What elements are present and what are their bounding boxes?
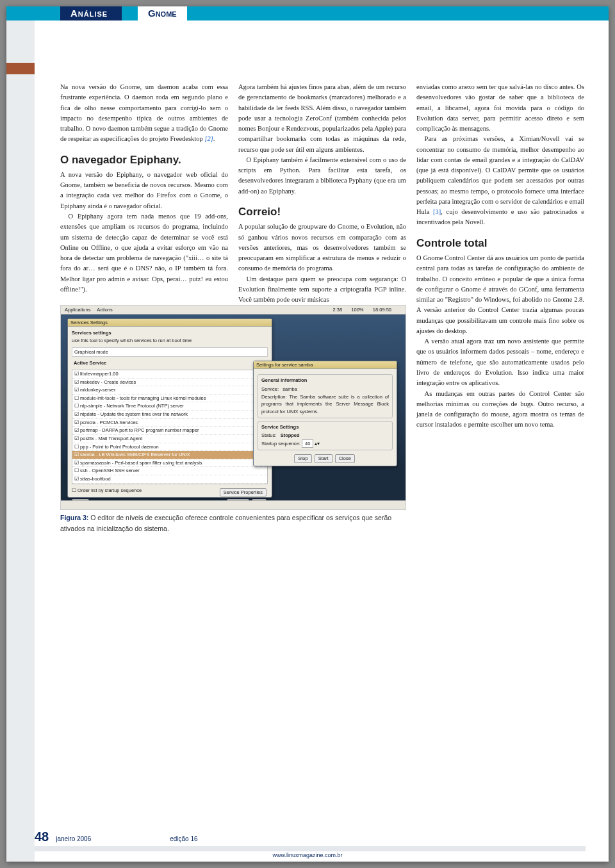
startup-seq-input[interactable]: 40 [302, 439, 313, 448]
list-item[interactable]: ppp - Point to Point Protocol daemon [72, 443, 267, 452]
paragraph: Na nova versão do Gnome, um daemon acaba… [60, 82, 228, 145]
list-item[interactable]: mldonkey-server [72, 386, 267, 395]
paragraph: enviadas como anexo sem ter que salvá-la… [416, 82, 584, 134]
paragraph: A popular solução de groupware do Gnome,… [238, 222, 406, 274]
titlebar[interactable]: Services Settings [68, 319, 272, 327]
group-title: Service Settings [261, 423, 389, 431]
footer-rule [35, 846, 586, 851]
text: Para as próximas versões, a Ximian/Novel… [416, 135, 584, 215]
edition-number: edição 16 [170, 835, 197, 842]
list-item[interactable]: module-init-tools - tools for managing L… [72, 395, 267, 403]
page: Análise Gnome Na nova versão do Gnome, u… [6, 6, 609, 862]
caption-text: O editor de níveis de execução oferece c… [60, 514, 391, 532]
status-value: Stopped [281, 432, 300, 438]
heading-controle-total: Controle total [416, 235, 584, 252]
spinner-icon[interactable]: ▴▾ [315, 441, 320, 446]
heading-correio: Correio! [238, 204, 406, 220]
list-item[interactable]: samba - LB Windows SMB/CIFS fileserver f… [72, 451, 267, 459]
issue-date: janeiro 2006 [56, 835, 91, 842]
paragraph: Agora também há ajustes finos para abas,… [238, 82, 406, 155]
label: Description: [261, 394, 287, 400]
group-service-settings: Service Settings Status: Stopped Startup… [258, 421, 393, 451]
battery-applet[interactable]: 100% [351, 307, 363, 313]
list-item[interactable]: spamassassin - Perl-based spam filter us… [72, 459, 267, 468]
window-service-properties[interactable]: Settings for service samba General Infor… [253, 361, 397, 466]
footer-url: www.linuxmagazine.com.br [6, 851, 609, 860]
gnome-bottom-panel [61, 500, 406, 509]
citation-link[interactable]: [3] [433, 208, 441, 215]
figure-3: Applications Actions 2:38 100% 18:09:50 … [60, 305, 406, 534]
order-label: Order list by startup sequence [78, 487, 142, 493]
column-3: enviadas como anexo sem ter que salvá-la… [416, 82, 584, 534]
list-item[interactable]: postfix - Mail Transport Agent [72, 435, 267, 443]
paragraph: O Epiphany também é facilmente extensíve… [238, 155, 406, 197]
paragraph: O Epiphany agora tem nada menos que 19 a… [60, 211, 228, 295]
start-button[interactable]: Start [315, 454, 332, 463]
label: Startup sequence: [261, 441, 300, 446]
list-item[interactable]: makedev - Create devices [72, 379, 267, 387]
header-ribbon: Análise Gnome [6, 6, 609, 20]
citation-link[interactable]: [2] [204, 135, 213, 142]
menu-actions[interactable]: Actions [97, 307, 113, 313]
runlevel-selector[interactable]: Graphical mode [72, 347, 268, 357]
page-number: 48 [35, 830, 49, 844]
service-properties-button[interactable]: Service Properties [220, 488, 266, 497]
heading-epiphany: O navegador Epiphany. [60, 152, 228, 168]
services-list[interactable]: libdevmapper1.00makedev - Create devices… [72, 370, 268, 484]
paragraph: A nova versão do Epiphany, o navegador w… [60, 170, 228, 211]
figure-number: Figura 3: [60, 514, 88, 521]
time-applet[interactable]: 18:09:50 [373, 307, 391, 313]
close-button[interactable]: Close [335, 454, 355, 463]
paragraph: Um destaque para quem se preocupa com se… [238, 274, 406, 306]
column-1: Na nova versão do Gnome, um daemon acaba… [60, 82, 228, 305]
order-checkbox[interactable] [72, 487, 78, 493]
clock-applet[interactable]: 2:38 [332, 307, 342, 313]
value: samba [283, 386, 297, 392]
column-2: Agora também há ajustes finos para abas,… [238, 82, 406, 305]
text: . [213, 135, 215, 142]
gnome-top-panel: Applications Actions 2:38 100% 18:09:50 [61, 306, 406, 315]
text: , cujo desenvolvimento e uso são patroci… [416, 208, 584, 225]
stop-button[interactable]: Stop [294, 454, 311, 463]
list-item[interactable]: libdevmapper1.00 [72, 370, 267, 379]
figure-caption: Figura 3: O editor de níveis de execução… [60, 512, 406, 534]
list-item[interactable]: ntp-simple - Network Time Protocol (NTP)… [72, 402, 267, 411]
group-general-info: General Information Service: samba Descr… [258, 374, 393, 418]
topic-label: Gnome [138, 6, 187, 20]
paragraph: Para as próximas versões, a Ximian/Novel… [416, 134, 584, 227]
text: Na nova versão do Gnome, um daemon acaba… [60, 83, 228, 142]
screenshot-services: Applications Actions 2:38 100% 18:09:50 … [60, 305, 406, 510]
thumb-tab [6, 63, 35, 74]
list-item[interactable]: sttas-bootfood [72, 475, 267, 484]
section-label: Análise [60, 6, 122, 20]
list-item[interactable]: pcmcia - PCMCIA Services [72, 419, 267, 427]
page-footer: 48 janeiro 2006 edição 16 [35, 827, 586, 845]
paragraph: A versão atual agora traz um novo assist… [416, 336, 584, 388]
paragraph: O Gnome Control Center dá aos usuários u… [416, 253, 584, 336]
window-services-settings[interactable]: Services Settings Services settings use … [67, 318, 272, 498]
window-heading: Services settings [72, 330, 111, 336]
menu-applications[interactable]: Applications [65, 307, 90, 313]
list-header: Active Service [72, 359, 268, 367]
group-title: General Information [261, 377, 389, 384]
article-body: Na nova versão do Gnome, um daemon acaba… [60, 82, 586, 799]
list-item[interactable]: ntpdate - Update the system time over th… [72, 411, 267, 419]
side-margin [6, 6, 35, 862]
label: Service: [261, 386, 279, 392]
window-subtext: use this tool to specify which services … [72, 338, 192, 343]
paragraph: As mudanças em outras partes do Control … [416, 389, 584, 430]
list-item[interactable]: ssh - OpenSSH SSH server [72, 467, 267, 475]
list-item[interactable]: portmap - DARPA port to RPC program numb… [72, 427, 267, 435]
titlebar[interactable]: Settings for service samba [254, 361, 397, 369]
label: Status: [261, 432, 276, 438]
